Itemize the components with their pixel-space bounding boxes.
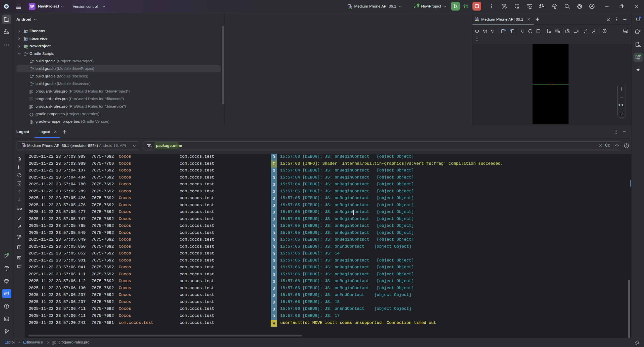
- svg-text:A: A: [517, 6, 519, 9]
